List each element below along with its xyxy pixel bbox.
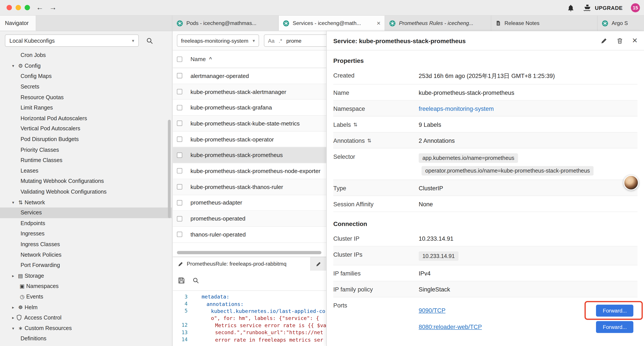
- sidebar-item[interactable]: Horizontal Pod Autoscalers: [0, 113, 172, 123]
- sidebar-item[interactable]: ◷ Events: [0, 292, 172, 302]
- sidebar-item[interactable]: Endpoints: [0, 218, 172, 228]
- match-case-toggle[interactable]: Aa: [268, 37, 275, 43]
- sidebar-item[interactable]: Definitions: [0, 333, 172, 344]
- close-tab-icon[interactable]: ×: [376, 20, 380, 26]
- notifications-bell-icon[interactable]: [567, 4, 575, 12]
- minimize-window-button[interactable]: [16, 5, 21, 10]
- namespace-link[interactable]: freeleaps-monitoring-system: [419, 105, 494, 112]
- sidebar-item[interactable]: Pod Disruption Budgets: [0, 134, 172, 145]
- row-checkbox[interactable]: [177, 200, 182, 205]
- kubeconfig-source-select[interactable]: Local Kubeconfigs ▾: [5, 34, 138, 47]
- row-checkbox[interactable]: [177, 152, 182, 158]
- table-row[interactable]: kube-prometheus-stack-prometheus: [173, 147, 326, 163]
- sidebar-item[interactable]: Cron Jobs: [0, 50, 172, 60]
- table-row[interactable]: kube-prometheus-stack-operator: [173, 132, 326, 147]
- editor-tab[interactable]: Services - icecheng@math... ×: [278, 15, 385, 31]
- expand-chevron-icon[interactable]: ▾: [10, 200, 16, 205]
- table-row[interactable]: alertmanager-operated: [173, 68, 326, 84]
- row-checkbox[interactable]: [177, 232, 182, 237]
- forward-button[interactable]: Forward...: [596, 304, 633, 316]
- row-checkbox[interactable]: [177, 105, 182, 110]
- row-checkbox[interactable]: [177, 89, 182, 94]
- sidebar-item[interactable]: Vertical Pod Autoscalers: [0, 123, 172, 134]
- name-column-header[interactable]: Name: [190, 56, 206, 62]
- sidebar-item[interactable]: Runtime Classes: [0, 155, 172, 166]
- row-checkbox[interactable]: [177, 137, 182, 142]
- sidebar-item[interactable]: Validating Webhook Configurations: [0, 187, 172, 197]
- editor-tab[interactable]: Pods - icecheng@mathmas...: [172, 15, 278, 31]
- expand-chevron-icon[interactable]: ▾: [10, 326, 16, 331]
- upgrade-button[interactable]: UPGRADE: [583, 4, 622, 11]
- dock-tab-partial[interactable]: [311, 257, 326, 271]
- select-all-checkbox[interactable]: [177, 56, 182, 61]
- sidebar-item[interactable]: Mutating Webhook Configurations: [0, 176, 172, 187]
- save-icon[interactable]: [178, 277, 185, 284]
- services-search-input[interactable]: Aa .* prome: [264, 34, 326, 47]
- expand-chevron-icon[interactable]: ▾: [10, 63, 16, 68]
- sidebar-item[interactable]: Leases: [0, 166, 172, 176]
- port-link[interactable]: 8080:reloader-web/TCP: [419, 324, 482, 330]
- forward-nav-button[interactable]: →: [48, 2, 58, 13]
- editor-tab[interactable]: Release Notes: [492, 15, 598, 31]
- sidebar-item[interactable]: Network Policies: [0, 249, 172, 260]
- sidebar-item[interactable]: Resource Quotas: [0, 92, 172, 102]
- sidebar-item[interactable]: Services: [0, 207, 172, 218]
- created-value: 253d 16h 6m ago (2025年1月13日 GMT+8 1:25:3…: [419, 71, 638, 80]
- sidebar-item[interactable]: Config Maps: [0, 71, 172, 81]
- sidebar-item[interactable]: ▸ Access Control: [0, 313, 172, 323]
- horizontal-scrollbar[interactable]: [177, 251, 321, 254]
- unfold-labels-icon[interactable]: ⇅: [353, 122, 358, 127]
- sidebar-item[interactable]: Ingress Classes: [0, 239, 172, 249]
- sidebar-scrollbar[interactable]: [168, 120, 171, 218]
- table-row[interactable]: prometheus-adapter: [173, 195, 326, 211]
- expand-chevron-icon[interactable]: ▸: [10, 315, 16, 320]
- unfold-annotations-icon[interactable]: ⇅: [367, 138, 371, 143]
- table-row[interactable]: kube-prometheus-stack-kube-state-metrics: [173, 116, 326, 131]
- port-link[interactable]: 9090/TCP: [419, 307, 446, 314]
- table-row[interactable]: prometheus-operated: [173, 211, 326, 227]
- kubeconfig-source-value: Local Kubeconfigs: [10, 37, 55, 43]
- table-row[interactable]: kube-prometheus-stack-thanos-ruler: [173, 179, 326, 195]
- delete-resource-icon[interactable]: [616, 37, 623, 44]
- row-checkbox[interactable]: [177, 73, 182, 78]
- notification-count-badge[interactable]: 15: [631, 3, 640, 12]
- table-row[interactable]: kube-prometheus-stack-prometheus-node-ex…: [173, 163, 326, 179]
- sidebar-item[interactable]: ▾ ⚙ Config: [0, 60, 172, 71]
- edit-resource-icon[interactable]: [600, 37, 608, 44]
- navigator-header[interactable]: Navigator: [0, 15, 36, 31]
- close-window-button[interactable]: [6, 5, 12, 10]
- editor-tab[interactable]: Prometheus Rules - icecheng...: [385, 15, 491, 31]
- namespace-filter-select[interactable]: freeleaps-monitoring-system ▾: [177, 34, 259, 47]
- user-avatar[interactable]: [624, 175, 638, 190]
- sidebar-search-icon[interactable]: [144, 35, 155, 46]
- table-row[interactable]: thanos-ruler-operated: [173, 227, 326, 242]
- editor-tab[interactable]: Argo S: [598, 15, 644, 31]
- table-row[interactable]: kube-prometheus-stack-alertmanager: [173, 84, 326, 100]
- row-checkbox[interactable]: [177, 121, 182, 126]
- sidebar-item[interactable]: ▾ ⇅ Network: [0, 197, 172, 207]
- table-row[interactable]: kube-prometheus-stack-grafana: [173, 100, 326, 116]
- back-button[interactable]: ←: [34, 2, 45, 13]
- sidebar-item[interactable]: ▾ ∗ Custom Resources: [0, 323, 172, 334]
- row-checkbox[interactable]: [177, 216, 182, 221]
- row-annotations: Annotations ⇅ 2 Annotations: [334, 132, 638, 148]
- dock-tab-prometheusrule[interactable]: PrometheusRule: freeleaps-prod-rabbitmq: [173, 257, 310, 271]
- sidebar-item[interactable]: Secrets: [0, 81, 172, 92]
- sidebar-item[interactable]: Limit Ranges: [0, 102, 172, 113]
- sidebar-item[interactable]: ▣ Namespaces: [0, 281, 172, 292]
- sidebar-item[interactable]: Priority Classes: [0, 145, 172, 155]
- regex-toggle[interactable]: .*: [278, 37, 282, 43]
- sidebar-item[interactable]: Ingresses: [0, 228, 172, 239]
- row-checkbox[interactable]: [177, 184, 182, 189]
- sidebar-item[interactable]: ▸ ▤ Storage: [0, 271, 172, 281]
- close-drawer-icon[interactable]: ×: [632, 36, 638, 45]
- sidebar-item[interactable]: ▸ ☸ Helm: [0, 302, 172, 313]
- expand-chevron-icon[interactable]: ▸: [10, 274, 16, 278]
- row-checkbox[interactable]: [177, 168, 182, 174]
- sidebar-item[interactable]: Port Forwarding: [0, 260, 172, 271]
- expand-chevron-icon[interactable]: ▸: [10, 305, 16, 310]
- editor-search-icon[interactable]: [192, 277, 199, 284]
- forward-button[interactable]: Forward...: [596, 321, 633, 333]
- yaml-editor[interactable]: 3 metadata: 4 annotations: 5 kubectl.kub…: [173, 291, 326, 343]
- maximize-window-button[interactable]: [24, 5, 30, 10]
